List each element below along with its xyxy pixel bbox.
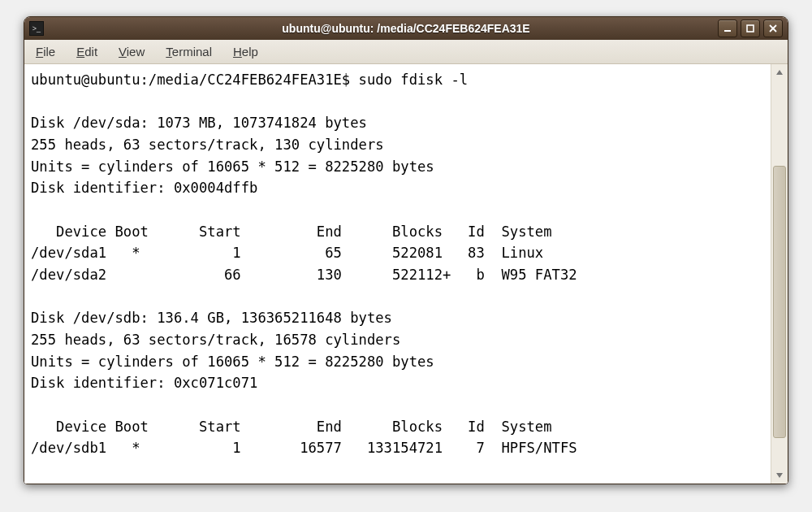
scrollbar[interactable] [771,64,788,484]
menu-terminal[interactable]: Terminal [162,43,215,60]
maximize-icon [746,24,754,33]
menubar: File Edit View Terminal Help [24,40,788,64]
svg-rect-1 [747,25,754,32]
scroll-down-button[interactable] [771,467,788,484]
menu-edit[interactable]: Edit [73,43,101,60]
terminal-area: ubuntu@ubuntu:/media/CC24FEB624FEA31E$ s… [24,64,788,484]
menu-file[interactable]: File [32,43,58,60]
svg-marker-4 [776,70,783,75]
menu-view[interactable]: View [115,43,148,60]
terminal-output[interactable]: ubuntu@ubuntu:/media/CC24FEB624FEA31E$ s… [24,64,771,484]
scroll-thumb[interactable] [773,166,786,438]
window-controls [718,20,783,37]
close-button[interactable] [763,20,783,37]
titlebar[interactable]: >_ ubuntu@ubuntu: /media/CC24FEB624FEA31… [24,17,788,40]
maximize-button[interactable] [741,20,760,37]
window-title: ubuntu@ubuntu: /media/CC24FEB624FEA31E [24,22,788,35]
close-icon [769,24,777,33]
scroll-up-button[interactable] [771,64,788,80]
svg-rect-0 [724,30,731,32]
app-icon: >_ [29,21,44,36]
terminal-window: >_ ubuntu@ubuntu: /media/CC24FEB624FEA31… [24,16,788,484]
chevron-down-icon [776,473,783,478]
svg-marker-5 [776,473,783,478]
chevron-up-icon [776,70,783,75]
minimize-icon [723,24,732,33]
menu-help[interactable]: Help [230,43,261,60]
minimize-button[interactable] [718,20,737,37]
scroll-track[interactable] [773,80,786,467]
